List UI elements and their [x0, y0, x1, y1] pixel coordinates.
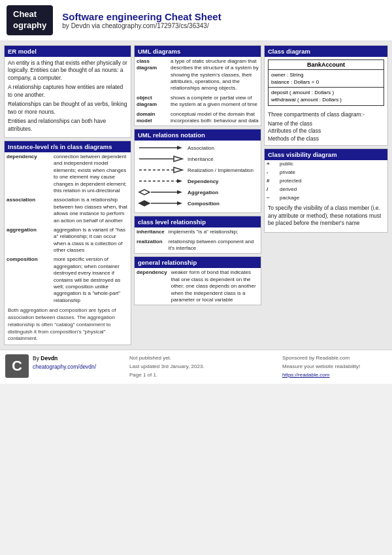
def: association is a relationship between tw… [52, 195, 131, 226]
general-rel-body: dependencyweaker form of bond that indic… [135, 268, 261, 305]
vis-symbol: / [265, 186, 278, 194]
footer-status: Not published yet. [129, 355, 171, 361]
uml-relations-section: UML relations notation AssociationInheri… [134, 129, 261, 213]
instance-level-section: Instance-level r/s in class diagrams dep… [4, 141, 131, 345]
rel-line [138, 154, 184, 163]
instance-level-body: dependencyconnection between dependent a… [5, 152, 131, 305]
instance-level-table: dependencyconnection between dependent a… [5, 152, 131, 305]
instance-level-title: Instance-level r/s in class diagrams [5, 141, 131, 152]
sponsor-link[interactable]: https://readable.com [282, 372, 329, 378]
bank-method: deposit ( amount : Dollars ) [271, 89, 381, 96]
uml-diagrams-section: UML diagrams class diagrama type of stat… [134, 45, 261, 127]
rel-line [138, 177, 184, 186]
def: weaker form of bond that indicates that … [169, 268, 261, 305]
bank-attr: balance : Dollars = 0 [271, 78, 381, 86]
class-visibility-title: Class visibility diagram [265, 149, 387, 160]
term: inheritance [135, 227, 167, 237]
class-level-body: inheritanceimplements "is a" relationshi… [135, 227, 261, 253]
footer-right: Sponsored by Readable.com Measure your w… [282, 354, 387, 379]
class-visibility-section: Class visibility diagram +public-private… [264, 148, 388, 232]
uml-diagram-row: object diagramshows a complete or partia… [135, 93, 261, 110]
er-model-section: ER model An entity is a thing that exist… [4, 45, 131, 138]
general-rel-title: general relationship [135, 257, 261, 268]
compartment-item: Attributes of the class [268, 127, 384, 135]
footer-logo: C [5, 354, 29, 378]
svg-marker-1 [177, 146, 182, 150]
vis-label: derived [278, 186, 387, 194]
term: realization [135, 237, 167, 254]
general-rel-table: dependencyweaker form of bond that indic… [135, 268, 261, 305]
rel-label: Aggregation [188, 190, 218, 195]
class-level-table: inheritanceimplements "is a" relationshi… [135, 227, 261, 253]
rel-line [138, 188, 184, 197]
rel-label: Composition [188, 201, 220, 207]
class-level-title: class level relationship [135, 216, 261, 227]
term: aggregation [5, 226, 52, 256]
visibility-row: ~package [265, 194, 387, 203]
page: Cheatography Software engineering Cheat … [0, 0, 392, 384]
instance-level-note: Both aggregation and composition are typ… [5, 305, 131, 345]
def: more specific version of aggregation; wh… [52, 255, 131, 305]
footer-author: By Devdn cheatography.com/devdn/ [33, 354, 96, 371]
visibility-row: #protected [265, 177, 387, 186]
uml-diagrams-body: class diagrama type of static structure … [135, 57, 261, 126]
bank-account-title: BankAccount [269, 60, 384, 70]
relation-row: Composition [138, 199, 257, 208]
visibility-table: +public-private#protected/derived~packag… [265, 160, 387, 202]
vis-symbol: - [265, 169, 278, 177]
author-name: Devdn [41, 355, 57, 362]
svg-marker-5 [174, 167, 182, 173]
relation-row: Association [138, 143, 257, 152]
instance-level-row: associationassociation is a relationship… [5, 195, 131, 226]
footer-page: Page 1 of 1. [129, 372, 157, 378]
vis-label: package [278, 194, 387, 203]
svg-marker-13 [177, 201, 182, 205]
uml-diagram-row: domain modelconceptual model of the doma… [135, 110, 261, 126]
right-column: Class diagram BankAccount owner : String… [264, 45, 388, 345]
class-level-section: class level relationship inheritanceimpl… [134, 216, 261, 254]
term: composition [5, 255, 52, 305]
def: a type of static structure diagram that … [169, 57, 261, 93]
left-column: ER model An entity is a thing that exist… [4, 45, 131, 345]
def: shows a complete or partial view of the … [169, 93, 261, 110]
class-diagram-note: Three compartments of class diagram:- Na… [265, 109, 387, 146]
term: dependency [5, 152, 52, 195]
footer-left: C By Devdn cheatography.com/devdn/ [5, 354, 123, 378]
def: relationship between component and it's … [167, 237, 261, 254]
bank-method: withdrawal ( amount : Dollars ) [271, 96, 381, 103]
general-rel-section: general relationship dependencyweaker fo… [134, 256, 261, 305]
er-model-title: ER model [5, 46, 131, 57]
def: connection between dependent and indepen… [52, 152, 131, 195]
visibility-row: /derived [265, 186, 387, 194]
bank-account-box: BankAccount owner : Stringbalance : Doll… [268, 59, 384, 106]
general-rel-row: dependencyweaker form of bond that indic… [135, 268, 261, 305]
uml-relations-body: AssociationInheritanceRealization / Impl… [135, 141, 261, 212]
rel-line [138, 143, 184, 152]
class-visibility-note: To specify the visibility of a class mem… [265, 202, 387, 231]
rel-label: Dependency [188, 178, 219, 184]
rel-label: Realization / Implementation [188, 167, 253, 173]
vis-symbol: + [265, 160, 278, 169]
bank-account-methods: deposit ( amount : Dollars )withdrawal (… [269, 88, 384, 105]
rel-line [138, 165, 184, 175]
uml-diagrams-title: UML diagrams [135, 46, 261, 57]
vis-symbol: ~ [265, 194, 278, 203]
author-link[interactable]: cheatography.com/devdn/ [33, 363, 96, 370]
main-content: ER model An entity is a thing that exist… [0, 41, 392, 349]
instance-level-row: aggregationaggregation is a variant of "… [5, 226, 131, 256]
vis-symbol: # [265, 177, 278, 186]
er-model-body: An entity is a thing that exists either … [5, 57, 131, 137]
visibility-row: -private [265, 169, 387, 177]
class-diagram-section: Class diagram BankAccount owner : String… [264, 45, 388, 146]
uml-diagram-row: class diagrama type of static structure … [135, 57, 261, 93]
vis-label: public [278, 160, 387, 169]
visibility-row: +public [265, 160, 387, 169]
class-diagram-title: Class diagram [265, 46, 387, 57]
svg-marker-10 [177, 190, 182, 194]
rel-line [138, 199, 184, 208]
instance-level-row: compositionmore specific version of aggr… [5, 255, 131, 305]
vis-label: protected [278, 177, 387, 186]
relation-row: Aggregation [138, 188, 257, 197]
uml-table: class diagrama type of static structure … [135, 57, 261, 126]
instance-level-row: dependencyconnection between dependent a… [5, 152, 131, 195]
